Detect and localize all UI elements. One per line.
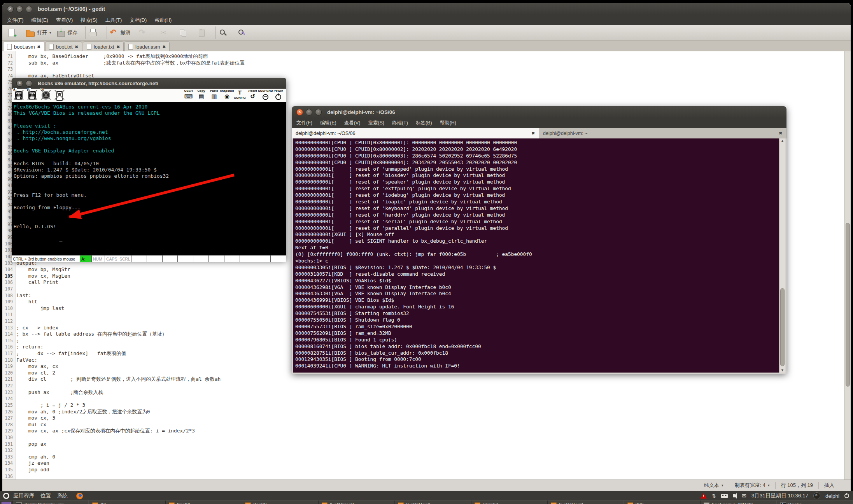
user-keyboard-button[interactable]: USER [182,89,195,100]
paste-button[interactable]: Paste [208,89,221,100]
terminal-line: 00000000000i[CPU0 ] CPUID[0x80000001]: 0… [295,140,779,146]
bochs-display[interactable]: Plex86/Bochs VGABios current-cvs 16 Apr … [12,102,286,255]
tab-close-icon[interactable]: ✖ [117,45,120,49]
tab-close-icon[interactable]: ✖ [75,45,78,49]
task-folder-fat12test-3[interactable]: [Fat12Test] [547,500,624,504]
tab-width-selector[interactable]: 制表符宽度: 4▾ [729,482,775,489]
maximize-icon[interactable]: ▫ [315,109,322,116]
close-icon[interactable]: × [7,6,14,12]
tab-close-icon[interactable]: ✖ [779,131,782,135]
panel-menu[interactable]: 系统 [57,492,68,499]
floppy-a-icon[interactable]: A: [13,89,25,101]
username[interactable]: delphi [825,493,839,499]
minimize-icon[interactable]: − [26,80,32,87]
panel-menu[interactable]: 位置 [40,492,51,499]
maximize-icon[interactable]: ▫ [26,6,32,12]
menu-item[interactable]: 帮助(H) [154,17,172,24]
menu-item[interactable]: 搜索(S) [368,120,384,126]
suspend-button[interactable]: SUSPEND [259,89,272,100]
editor-scrollbar[interactable] [844,51,851,480]
task-folder-06-2[interactable]: [06] [624,500,700,504]
terminal-scrollbar[interactable]: ▲ ▼ [779,138,785,373]
terminal-output[interactable]: 00000000000i[CPU0 ] CPUID[0x80000001]: 0… [293,138,779,373]
task-folder-fat12test[interactable]: [Fat12Test] [318,500,394,504]
scrollbar-thumb[interactable] [780,288,785,366]
menu-item[interactable]: 查看(V) [344,120,361,126]
device-config-icon[interactable] [54,89,65,101]
clock[interactable]: 3月31日星期日 10:36:17 [751,492,808,499]
tab-loader-txt[interactable]: loader.txt ✖ [83,41,124,52]
save-button[interactable]: 保存 [54,26,83,39]
cut-button[interactable] [157,26,176,39]
cdrom-icon[interactable]: CD [40,89,52,101]
menu-item[interactable]: 编辑(E) [320,120,336,126]
gedit-titlebar[interactable]: × − ▫ boot.asm (~/OS/06) - gedit [2,3,851,15]
document-icon [7,44,12,50]
reset-button[interactable]: Reset [246,89,259,100]
tab-close-icon[interactable]: ✖ [37,45,40,49]
task-folder-test2-2[interactable]: [test2] [242,500,318,504]
task-terminal[interactable]: delphi@delphi-vm: [12,500,89,504]
find-replace-button[interactable] [235,26,253,39]
code-text: cmp ah, 0 [16,454,55,460]
power-icon[interactable] [844,494,849,498]
task-gedit[interactable]: boot.asm (~/OS/06 [700,500,776,504]
close-icon[interactable]: × [296,109,303,116]
terminal-titlebar[interactable]: × − ▫ delphi@delphi-vm: ~/OS/06 [292,106,786,118]
volume-icon[interactable] [733,494,735,497]
new-document-button[interactable] [5,26,23,39]
bochs-titlebar[interactable]: × − Bochs x86 emulator, http://bochs.sou… [12,78,286,89]
redo-button[interactable] [136,26,154,39]
scroll-up-icon[interactable]: ▲ [779,138,785,143]
minimize-icon[interactable]: − [16,6,23,12]
panel-menu[interactable]: 应用程序 [13,492,34,499]
find-button[interactable] [215,26,235,39]
tab-close-icon[interactable]: ✖ [163,45,166,49]
minimize-icon[interactable]: − [306,109,312,116]
scrollbar-thumb[interactable] [846,223,850,387]
floppy-b-icon[interactable]: B: [26,89,38,101]
task-folder-test2[interactable]: [test2] [165,500,242,504]
menu-item[interactable]: 文件(F) [296,120,312,126]
terminal-tab-os06[interactable]: delphi@delphi-vm: ~/OS/06 ✖ [292,128,539,138]
tab-boot-asm[interactable]: boot.asm ✖ [3,41,44,52]
menu-item[interactable]: 工具(T) [105,17,122,24]
print-button[interactable] [85,26,104,39]
session-icon[interactable] [813,492,820,499]
workspace-icon[interactable] [2,502,11,504]
copy-button[interactable] [176,26,194,39]
menu-item[interactable]: 终端(T) [392,120,408,126]
menu-item[interactable]: 查看(V) [56,17,73,24]
close-icon[interactable]: × [16,80,23,87]
task-folder-delphi[interactable]: [delphi] [471,500,547,504]
warning-icon[interactable] [701,493,707,499]
undo-button[interactable]: 撤消 [107,26,136,39]
copy-button[interactable]: Copy [195,89,208,100]
menu-item[interactable]: 帮助(H) [440,120,456,126]
task-bochs[interactable]: Bochs [777,500,853,504]
menu-item[interactable]: 标签(B) [416,120,432,126]
doc-type-selector[interactable]: 纯文本▾ [699,482,729,489]
tab-loader-asm[interactable]: loader.asm ✖ [124,41,170,52]
power-button[interactable]: Power [272,89,285,100]
task-folder-06[interactable]: 06 [89,500,165,504]
line-number: 136 [2,473,16,480]
paste-button[interactable] [194,26,213,39]
terminal-tab-home[interactable]: delphi@delphi-vm: ~ ✖ [539,128,786,138]
task-folder-fat12test-2[interactable]: [Fat12Test] [394,500,471,504]
firefox-icon[interactable] [76,493,83,499]
keyboard-icon[interactable] [721,494,728,498]
ubuntu-logo-icon[interactable] [3,493,9,499]
tab-boot-txt[interactable]: boot.txt ✖ [45,41,82,52]
network-arrows-icon[interactable]: ⇅ [712,493,716,499]
menu-item[interactable]: 编辑(E) [32,17,48,24]
scroll-down-icon[interactable]: ▼ [779,368,785,373]
menu-item[interactable]: 搜索(S) [81,17,97,24]
open-button[interactable]: 打开 ▾ [23,26,54,39]
config-button[interactable]: CONFIG [233,89,246,100]
snapshot-button[interactable]: snapshot [221,89,233,100]
menu-item[interactable]: 文件(F) [7,17,24,24]
menu-item[interactable]: 文档(D) [130,17,147,24]
tab-close-icon[interactable]: ✖ [532,131,535,135]
mail-icon[interactable]: ✉ [742,493,746,499]
